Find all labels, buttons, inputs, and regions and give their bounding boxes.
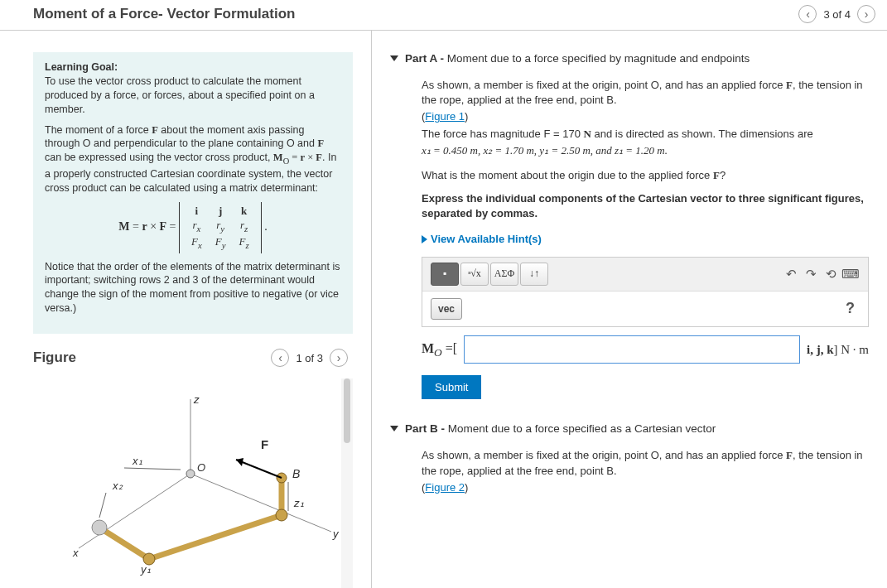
page-indicator: 3 of 4 [823, 8, 851, 21]
figure-1-link[interactable]: Figure 1 [425, 110, 465, 123]
svg-text:F: F [261, 437, 268, 451]
part-b-body-1: As shown, a member is fixed at the origi… [422, 448, 869, 478]
svg-text:x₁: x₁ [132, 455, 142, 467]
learning-goal-text-2: The moment of a force F about the moment… [45, 123, 341, 195]
answer-input[interactable] [464, 335, 800, 364]
part-b-header[interactable]: Part B - Moment due to a force specified… [390, 422, 875, 435]
figure-diagram: z x y O F B x₁ [50, 387, 348, 586]
part-a-question: What is the moment about the origin due … [422, 168, 869, 183]
svg-line-6 [99, 528, 149, 559]
svg-text:y: y [332, 528, 340, 540]
reset-button[interactable]: ⟲ [822, 265, 840, 283]
svg-line-2 [79, 474, 190, 548]
svg-text:y₁: y₁ [140, 563, 151, 576]
keyboard-button[interactable]: ⌨ [841, 265, 860, 283]
svg-text:z₁: z₁ [293, 497, 304, 509]
answer-lhs: MO =[ [422, 340, 457, 361]
answer-units: i, j, k] N · m [807, 341, 869, 359]
svg-text:O: O [197, 461, 205, 474]
figure-page-indicator: 1 of 3 [296, 352, 323, 364]
svg-line-23 [124, 468, 181, 470]
part-a-dimensions: x₁ = 0.450 m, x₂ = 1.70 m, y₁ = 2.50 m, … [422, 143, 869, 158]
redo-button[interactable]: ↷ [802, 265, 820, 283]
svg-line-7 [149, 515, 282, 559]
expand-icon [422, 235, 427, 243]
part-a-body-2: The force has magnitude F = 170 N and is… [422, 127, 869, 142]
svg-text:z: z [193, 393, 200, 406]
submit-button[interactable]: Submit [422, 375, 481, 399]
view-hints-button[interactable]: View Available Hint(s) [422, 232, 869, 247]
symbols-button[interactable]: ΑΣΦ [490, 263, 518, 286]
svg-point-9 [92, 520, 107, 535]
format-toggle-button[interactable]: ▪ [431, 263, 459, 286]
learning-goal-text-1: To use the vector cross product to calcu… [45, 75, 315, 115]
figure-viewport: z x y O F B x₁ [33, 378, 353, 588]
vec-button[interactable]: vec [431, 298, 462, 321]
undo-button[interactable]: ↶ [782, 265, 800, 283]
learning-goal-panel: Learning Goal: To use the vector cross p… [33, 52, 353, 334]
svg-line-24 [99, 493, 106, 518]
part-a-header[interactable]: Part A - Moment due to a force specified… [390, 52, 875, 65]
learning-goal-text-3: Notice that the order of the elements of… [45, 260, 341, 316]
svg-point-11 [276, 509, 287, 521]
part-a-instructions: Express the individual components of the… [422, 191, 869, 221]
page-title: Moment of a Force- Vector Formulation [33, 6, 295, 22]
svg-text:x: x [72, 547, 79, 559]
svg-point-13 [186, 470, 195, 478]
next-figure-button[interactable]: › [330, 349, 348, 367]
prev-figure-button[interactable]: ‹ [271, 349, 289, 367]
figure-heading: Figure [33, 349, 76, 366]
templates-button[interactable]: ⁿ√x [460, 263, 489, 286]
learning-goal-heading: Learning Goal: [45, 61, 118, 73]
part-a-body-1: As shown, a member is fixed at the origi… [422, 78, 869, 108]
answer-panel: ▪ ⁿ√x ΑΣΦ ↓↑ ↶ ↷ ⟲ ⌨ vec ? [422, 257, 869, 328]
collapse-icon [390, 55, 398, 61]
determinant-formula: M = r × F = ijk rxryrz FxFyFz . [45, 202, 341, 253]
figure-2-link[interactable]: Figure 2 [425, 481, 465, 494]
collapse-icon [390, 426, 398, 431]
svg-text:B: B [292, 467, 300, 480]
next-question-button[interactable]: › [857, 5, 875, 23]
help-button[interactable]: ? [846, 298, 860, 319]
svg-line-15 [236, 460, 282, 478]
header-pager: ‹ 3 of 4 › [798, 5, 875, 23]
prev-question-button[interactable]: ‹ [798, 5, 817, 23]
arrows-button[interactable]: ↓↑ [520, 263, 548, 286]
svg-text:x₂: x₂ [112, 480, 123, 492]
